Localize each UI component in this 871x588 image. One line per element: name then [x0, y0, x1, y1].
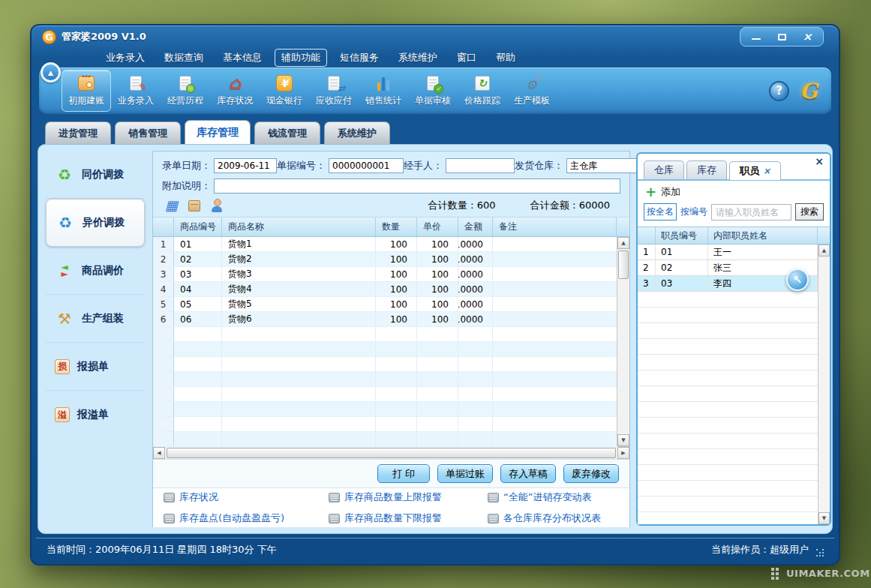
tab-sales[interactable]: 销售管理 — [115, 122, 181, 144]
current-operator-text: 当前操作员：超级用户 — [711, 543, 809, 556]
tab-warehouse[interactable]: 仓库 — [644, 160, 684, 179]
print-button[interactable]: 打 印 — [377, 464, 430, 483]
collapse-toolbar-button[interactable] — [41, 62, 61, 82]
cursor-icon — [786, 268, 809, 291]
toolbar-button-initial-setup[interactable]: 初期建账 — [62, 70, 111, 112]
resize-grip[interactable] — [816, 549, 824, 556]
tab-inventory[interactable]: 库存管理 — [185, 120, 251, 144]
sidebar-item-diff-price-transfer[interactable]: 异价调拨 — [46, 199, 145, 247]
staff-row[interactable]: 101王一 — [638, 244, 818, 260]
total-amount: 合计金额：60000 — [530, 199, 610, 212]
horizontal-scrollbar[interactable] — [153, 447, 629, 460]
scrollbar-thumb[interactable] — [167, 448, 616, 458]
filter-by-fullname[interactable]: 按全名 — [644, 203, 677, 220]
link-inventory-status[interactable]: 库存状况 — [164, 488, 329, 506]
sidebar-item-price-adjust[interactable]: 商品调价 — [46, 247, 145, 295]
tab-close-icon[interactable] — [763, 166, 770, 176]
search-button[interactable]: 搜索 — [795, 203, 824, 220]
maximize-button[interactable] — [770, 30, 793, 44]
sidebar-item-assembly[interactable]: 生产组装 — [46, 295, 145, 343]
doc-number-input[interactable] — [329, 158, 404, 173]
current-time-text: 当前时间：2009年06月11日 星期四 18时30分 下午 — [47, 543, 277, 556]
menu-item-data-query[interactable]: 数据查询 — [158, 49, 210, 67]
table-row[interactable]: 202货物210010010000 — [153, 252, 618, 267]
help-icon[interactable]: ? — [769, 81, 789, 101]
doc-check-icon — [423, 74, 443, 92]
sidebar-item-overflow-report[interactable]: 溢 报溢单 — [46, 391, 145, 439]
table-row[interactable]: 404货物410010010000 — [153, 282, 618, 297]
items-table-header: 商品编号 商品名称 数量 单价 金额 备注 — [153, 218, 629, 237]
link-stocktaking[interactable]: 库存盘点(自动盘盈盘亏) — [164, 509, 329, 527]
main-panel: 录单日期： 单据编号： 经手人： 发货仓库： — [152, 151, 630, 527]
tab-system[interactable]: 系统维护 — [324, 122, 390, 144]
tab-cashflow[interactable]: 钱流管理 — [254, 122, 320, 144]
tab-purchase[interactable]: 进货管理 — [45, 122, 111, 144]
table-row[interactable]: 303货物310010010000 — [153, 267, 618, 282]
building-icon[interactable] — [165, 199, 178, 212]
toolbar-button-history[interactable]: 经营历程 — [161, 70, 210, 112]
toolbar-right: ? G — [769, 79, 831, 104]
link-lower-limit-alert[interactable]: 库存商品数量下限报警 — [329, 509, 488, 527]
panel-close-icon[interactable] — [815, 156, 824, 166]
menu-item-auxiliary[interactable]: 辅助功能 — [275, 49, 327, 67]
window-title: 管家婆2009 V1.0 — [62, 30, 146, 44]
scroll-up-icon[interactable] — [617, 237, 629, 249]
toolbar-button-cash-bank[interactable]: 现金银行 — [260, 70, 309, 112]
menu-item-sms[interactable]: 短信服务 — [333, 49, 386, 67]
app-window: G 管家婆2009 V1.0 × 业务录入 数据查询 基本信息 辅助功能 短信服… — [30, 24, 840, 566]
toolbar-button-payables[interactable]: 应收应付 — [309, 70, 359, 112]
person-icon[interactable] — [211, 199, 223, 212]
toolbar-button-business-entry[interactable]: 业务录入 — [111, 70, 161, 112]
sidebar: 同价调拨 异价调拨 商品调价 生产组装 损 报损单 溢 报溢单 — [46, 151, 145, 526]
tab-staff[interactable]: 职员 — [729, 161, 781, 180]
record-date-input[interactable] — [214, 158, 277, 173]
loss-stamp-icon: 损 — [55, 359, 70, 374]
menu-item-window[interactable]: 窗口 — [450, 49, 483, 67]
filter-by-code[interactable]: 按编号 — [680, 206, 707, 218]
report-links: 库存状况 库存商品数量上限报警 “全能”进销存变动表 库存盘点(自动盘盈盘亏) … — [153, 488, 629, 527]
table-row[interactable]: 505货物510010010000 — [153, 297, 618, 312]
handler-input[interactable] — [446, 158, 515, 173]
menu-item-business-entry[interactable]: 业务录入 — [99, 49, 152, 67]
handler-label: 经手人： — [404, 159, 443, 172]
scroll-up-icon[interactable] — [818, 244, 830, 256]
toolbar-button-price-track[interactable]: 价格跟踪 — [458, 70, 507, 112]
tab-stock[interactable]: 库存 — [686, 160, 727, 179]
warehouse-input[interactable] — [566, 158, 641, 173]
toolbar-button-doc-audit[interactable]: 单据审核 — [408, 70, 458, 112]
scroll-right-icon[interactable] — [617, 447, 629, 459]
add-staff-button[interactable]: 添加 — [638, 181, 830, 202]
staff-search-input[interactable] — [711, 204, 791, 220]
lookup-tabs: 仓库 库存 职员 — [638, 154, 830, 181]
discard-changes-button[interactable]: 废弃修改 — [563, 464, 619, 483]
toolbar-button-sales-stats[interactable]: 销售统计 — [359, 70, 408, 112]
menu-item-help[interactable]: 帮助 — [489, 49, 522, 67]
table-row[interactable]: 101货物110010010000 — [153, 237, 618, 252]
scroll-down-icon[interactable] — [818, 512, 830, 524]
scrollbar-thumb[interactable] — [618, 250, 629, 279]
scroll-left-icon[interactable] — [153, 447, 165, 459]
table-row[interactable]: 606货物610010010000 — [153, 312, 618, 327]
close-button[interactable]: × — [796, 30, 818, 44]
vertical-scrollbar[interactable] — [617, 237, 629, 446]
menu-item-basic-info[interactable]: 基本信息 — [216, 49, 269, 67]
close-icon: × — [803, 32, 812, 42]
save-draft-button[interactable]: 存入草稿 — [500, 464, 556, 483]
menu-item-system-maintenance[interactable]: 系统维护 — [392, 49, 444, 67]
staff-scrollbar[interactable] — [818, 244, 830, 524]
scroll-down-icon[interactable] — [617, 434, 629, 446]
link-upper-limit-alert[interactable]: 库存商品数量上限报警 — [329, 488, 488, 506]
sidebar-item-loss-report[interactable]: 损 报损单 — [46, 343, 145, 391]
minimize-button[interactable] — [745, 30, 767, 44]
package-icon[interactable] — [188, 200, 200, 212]
toolbar-button-inventory-status[interactable]: 库存状况 — [210, 70, 260, 112]
sidebar-item-same-price-transfer[interactable]: 同价调拨 — [46, 151, 145, 199]
post-document-button[interactable]: 单据过账 — [437, 464, 493, 483]
toolbar-button-production-template[interactable]: 生产模板 — [507, 70, 557, 112]
note-input[interactable] — [214, 178, 620, 194]
table-empty-row — [153, 402, 618, 417]
link-warehouse-distribution[interactable]: 各仓库库存分布状况表 — [488, 509, 629, 527]
report-icon — [164, 493, 175, 502]
table-empty-row — [153, 327, 618, 342]
link-almighty-change-report[interactable]: “全能”进销存变动表 — [488, 488, 629, 506]
